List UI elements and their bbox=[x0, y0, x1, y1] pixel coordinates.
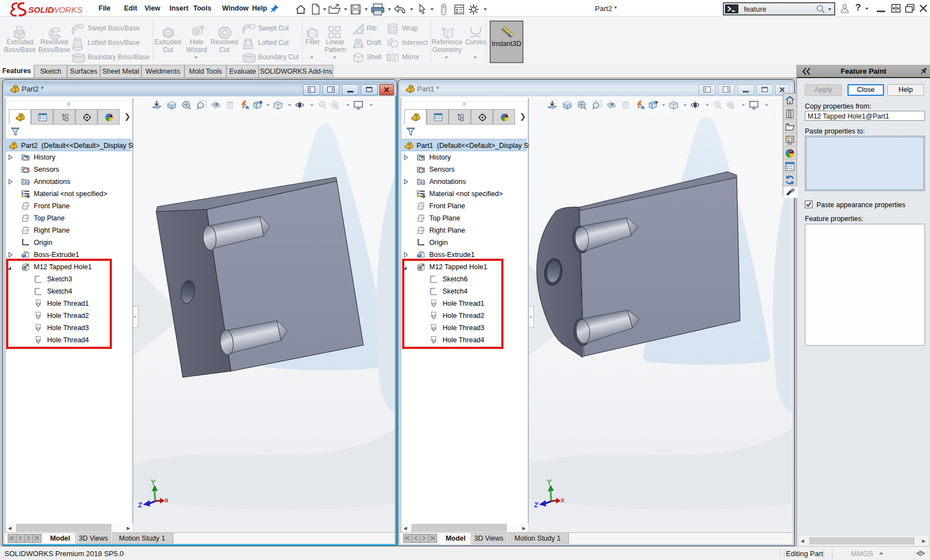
svg-text:WORKS: WORKS bbox=[51, 5, 83, 14]
svg-text:SOLID: SOLID bbox=[28, 5, 54, 14]
